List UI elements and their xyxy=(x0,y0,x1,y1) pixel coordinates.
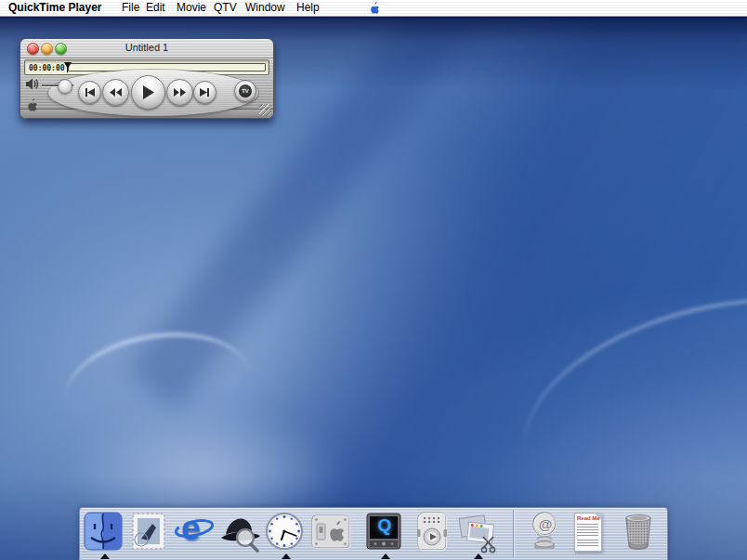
desktop-screen: QuickTime Player File Edit Movie QTV Win… xyxy=(0,0,747,560)
qtv-tv-button[interactable]: TV xyxy=(234,80,256,102)
read-me-title: Read Me xyxy=(577,515,600,521)
dock-separator xyxy=(513,510,514,558)
at-sign-glyph: @ xyxy=(524,516,567,532)
speaker-icon xyxy=(25,77,41,91)
running-indicator xyxy=(282,553,291,559)
finder-icon xyxy=(83,511,124,552)
volume-slider-knob[interactable] xyxy=(58,79,72,94)
dock: e xyxy=(79,507,668,560)
window-title: Untitled 1 xyxy=(20,42,273,53)
tv-button-label: TV xyxy=(239,85,252,98)
window-titlebar[interactable]: Untitled 1 xyxy=(20,39,273,59)
window-apple-logo-icon xyxy=(27,98,37,111)
menu-qtv[interactable]: QTV xyxy=(214,0,237,15)
running-indicator xyxy=(100,553,110,559)
sherlock-icon xyxy=(219,511,262,553)
quicktime-q-glyph: Q xyxy=(363,515,406,536)
music-player-icon xyxy=(412,511,452,552)
menu-help[interactable]: Help xyxy=(296,0,320,15)
go-to-start-button[interactable] xyxy=(78,81,101,104)
internet-explorer-ring-icon xyxy=(174,511,215,552)
dock-item-internet-explorer[interactable]: e xyxy=(174,511,216,553)
fast-forward-button[interactable] xyxy=(166,79,193,106)
go-to-end-button[interactable] xyxy=(193,81,216,104)
dock-item-grab[interactable] xyxy=(456,511,499,553)
read-me-document-icon: Read Me xyxy=(574,513,602,552)
app-menu-quicktime-player[interactable]: QuickTime Player xyxy=(8,0,102,15)
dock-item-sherlock[interactable] xyxy=(219,511,262,553)
fast-forward-icon xyxy=(174,88,186,97)
system-preferences-icon xyxy=(309,511,352,553)
mail-stamp-icon xyxy=(128,511,169,552)
scissors-icon xyxy=(480,535,499,553)
dock-item-web-link[interactable]: @ xyxy=(524,511,567,553)
wallpaper-crescent-highlight xyxy=(58,320,257,454)
dock-item-mail[interactable] xyxy=(128,511,171,553)
apple-logo-icon xyxy=(369,2,380,14)
timecode-display: 00:00:00 xyxy=(29,64,65,72)
dock-item-music-player[interactable] xyxy=(412,511,454,553)
running-indicator xyxy=(381,553,390,559)
menu-window[interactable]: Window xyxy=(245,0,285,15)
dock-item-system-preferences[interactable] xyxy=(309,511,352,553)
menu-movie[interactable]: Movie xyxy=(177,0,206,15)
playhead-marker[interactable] xyxy=(64,62,72,69)
rewind-button[interactable] xyxy=(102,79,129,106)
menu-bar: QuickTime Player File Edit Movie QTV Win… xyxy=(0,0,747,17)
menu-edit[interactable]: Edit xyxy=(146,0,165,15)
menu-file[interactable]: File xyxy=(122,0,139,15)
clock-icon xyxy=(264,511,305,552)
play-button[interactable] xyxy=(131,75,165,110)
go-to-end-icon xyxy=(200,88,210,97)
dock-item-clock[interactable] xyxy=(264,511,307,553)
dock-item-quicktime-player[interactable]: Q xyxy=(363,511,406,553)
dock-item-finder[interactable] xyxy=(83,511,125,553)
go-to-start-icon xyxy=(85,88,95,97)
quicktime-player-window: Untitled 1 00:00:00 xyxy=(20,38,274,119)
play-icon xyxy=(142,85,154,99)
read-me-text-lines xyxy=(577,540,598,548)
rewind-icon xyxy=(110,88,122,97)
trash-icon xyxy=(618,511,659,552)
read-me-text-lines xyxy=(577,524,598,537)
dock-item-trash[interactable] xyxy=(618,511,661,553)
running-indicator xyxy=(474,553,483,559)
resize-grip[interactable] xyxy=(259,104,271,116)
dock-item-read-me[interactable]: Read Me xyxy=(567,511,609,553)
